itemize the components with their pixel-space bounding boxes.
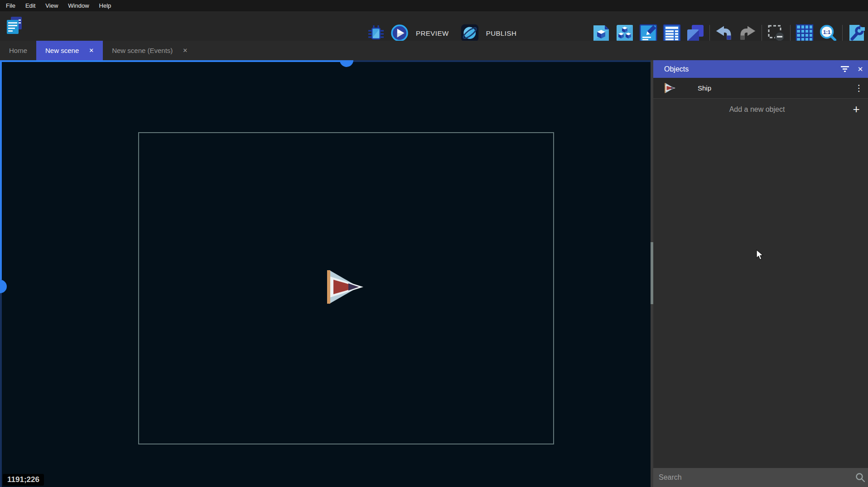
objects-panel-title: Objects <box>664 65 837 73</box>
menu-view[interactable]: View <box>40 0 63 11</box>
tab-new-scene-label: New scene <box>45 47 79 54</box>
filter-icon <box>840 66 850 72</box>
objects-panel-button[interactable] <box>616 23 634 43</box>
redo-button[interactable] <box>738 23 757 43</box>
search-input[interactable] <box>653 473 853 482</box>
menu-file[interactable]: File <box>1 0 20 11</box>
deselect-button[interactable] <box>767 23 785 43</box>
settings-button[interactable] <box>848 23 866 43</box>
tab-close-icon[interactable]: ✕ <box>183 47 188 54</box>
add-object-row[interactable]: Add a new object + <box>653 98 868 120</box>
menu-window[interactable]: Window <box>63 0 94 11</box>
debug-button[interactable] <box>367 23 385 43</box>
pane-edge-top-dark <box>347 60 651 62</box>
tab-new-scene[interactable]: New scene ✕ <box>36 41 103 60</box>
toolbar-separator <box>842 25 843 41</box>
cursor-coordinates: 1191;226 <box>3 474 44 486</box>
tab-new-scene-events-label: New scene (Events) <box>112 47 173 54</box>
layers-panel-button[interactable] <box>686 23 704 43</box>
properties-pencil-icon <box>639 24 657 42</box>
zoom-icon-label: 1:1 <box>823 29 831 35</box>
pane-handle-top[interactable] <box>340 60 353 67</box>
objects-panel-header: Objects ✕ <box>653 60 868 78</box>
redo-icon <box>738 24 757 42</box>
tab-home[interactable]: Home <box>0 41 36 60</box>
settings-wrench-icon <box>848 24 866 42</box>
instances-list-button[interactable] <box>663 23 681 43</box>
filter-button[interactable] <box>837 60 853 78</box>
object-name: Ship <box>698 84 850 92</box>
object-row-ship[interactable]: Ship ⋮ <box>653 78 868 98</box>
publish-button[interactable] <box>461 23 479 43</box>
gdevelop-window: File Edit View Window Help <box>0 0 868 487</box>
scene-edit-button[interactable] <box>592 23 610 43</box>
publish-label[interactable]: PUBLISH <box>486 29 517 37</box>
pane-edge-top <box>0 60 347 62</box>
pane-edge-left <box>0 60 2 280</box>
layers-icon <box>686 24 704 42</box>
pane-handle-left[interactable] <box>0 280 7 293</box>
zoom-1-1-icon: 1:1 <box>819 24 837 43</box>
menu-bar: File Edit View Window Help <box>0 0 868 11</box>
close-panel-button[interactable]: ✕ <box>853 60 868 78</box>
scene-edit-icon <box>592 24 610 42</box>
object-kebab-menu-icon[interactable]: ⋮ <box>850 83 868 93</box>
search-icon[interactable] <box>853 473 868 482</box>
tab-new-scene-events[interactable]: New scene (Events) ✕ <box>103 41 197 60</box>
toolbar: PREVIEW PUBLISH <box>0 11 868 41</box>
preview-label[interactable]: PREVIEW <box>416 29 449 37</box>
toolbar-separator <box>762 25 762 41</box>
project-manager-icon <box>5 15 24 37</box>
zoom-reset-button[interactable]: 1:1 <box>819 23 837 43</box>
tab-close-icon[interactable]: ✕ <box>89 47 94 54</box>
undo-icon <box>715 24 733 42</box>
tab-bar: Home New scene ✕ New scene (Events) ✕ <box>0 41 868 60</box>
instances-list-icon <box>663 24 681 42</box>
add-object-label: Add a new object <box>653 105 844 114</box>
grid-toggle-button[interactable] <box>796 23 814 43</box>
project-manager-button[interactable] <box>5 15 24 37</box>
preview-button[interactable] <box>391 23 409 43</box>
pane-edge-left-dark <box>0 280 2 487</box>
menu-edit[interactable]: Edit <box>20 0 40 11</box>
search-bar <box>653 468 868 487</box>
deselect-icon <box>767 24 785 42</box>
plus-icon[interactable]: + <box>844 102 868 116</box>
objects-panel: Objects ✕ Ship ⋮ <box>653 60 868 487</box>
ship-thumbnail-icon <box>664 82 677 94</box>
objects-cubes-icon <box>616 24 634 42</box>
ship-instance[interactable] <box>327 268 366 306</box>
undo-button[interactable] <box>715 23 733 43</box>
close-icon: ✕ <box>858 65 863 73</box>
menu-help[interactable]: Help <box>94 0 116 11</box>
tab-home-label: Home <box>9 47 27 54</box>
objects-panel-empty-area <box>653 120 868 468</box>
debug-icon <box>367 23 385 43</box>
toolbar-separator <box>709 25 710 41</box>
properties-panel-button[interactable] <box>639 23 657 43</box>
toolbar-separator <box>790 25 791 41</box>
scene-canvas[interactable]: 1191;226 <box>0 60 651 487</box>
grid-icon <box>796 24 814 42</box>
